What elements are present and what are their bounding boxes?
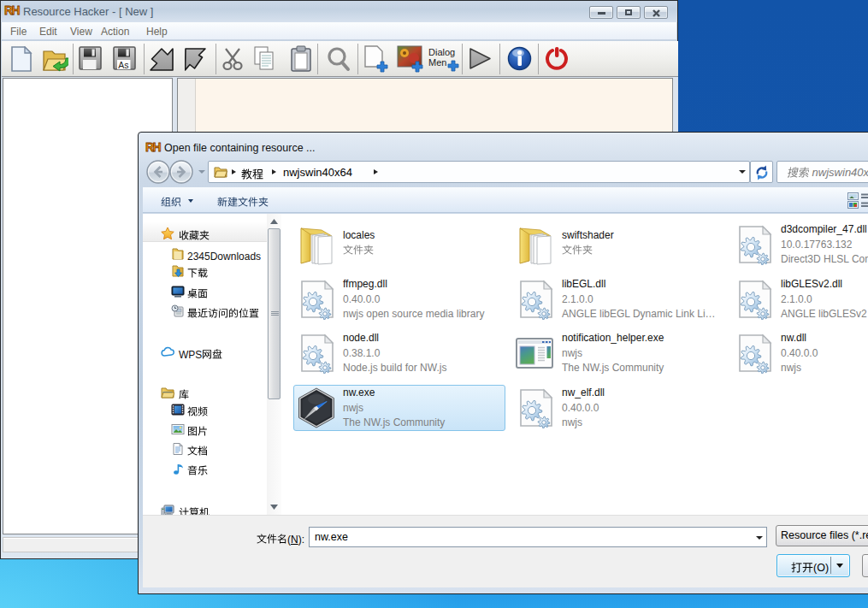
svg-text:Men: Men bbox=[428, 57, 446, 68]
svg-text:Dialog: Dialog bbox=[428, 47, 455, 57]
svg-text:As: As bbox=[118, 60, 128, 70]
